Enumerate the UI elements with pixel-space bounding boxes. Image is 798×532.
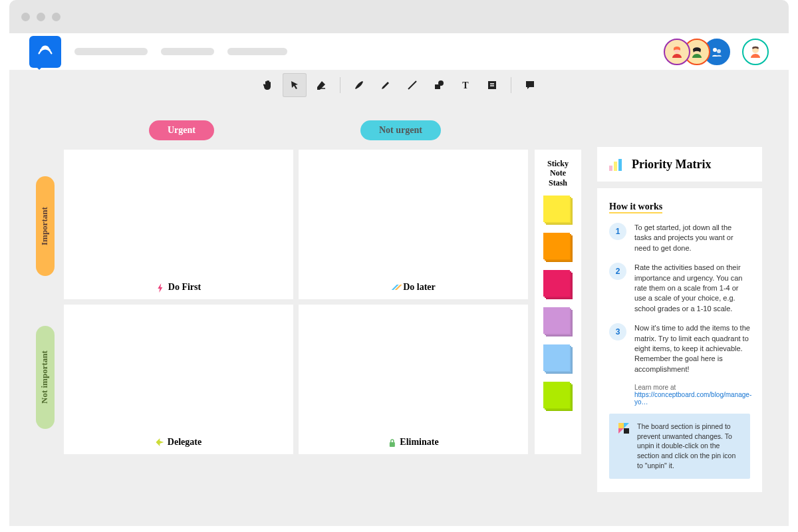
toolbar-separator bbox=[340, 77, 340, 93]
sticky-green[interactable] bbox=[543, 382, 573, 411]
sticky-purple[interactable] bbox=[543, 307, 573, 336]
tool-shape[interactable] bbox=[427, 73, 451, 97]
quadrant-label: Eliminate bbox=[400, 437, 438, 448]
chart-icon bbox=[608, 156, 624, 172]
window-maximize[interactable] bbox=[52, 13, 61, 21]
step-text: Now it's time to add the items to the ma… bbox=[634, 323, 750, 374]
header-not-important: Not important bbox=[36, 326, 55, 429]
tool-highlighter[interactable] bbox=[374, 73, 398, 97]
panel-title: Priority Matrix bbox=[632, 158, 711, 172]
step-text: To get started, jot down all the tasks a… bbox=[634, 223, 750, 253]
step-2: 2Rate the activities based on their impo… bbox=[609, 263, 750, 314]
tool-select[interactable] bbox=[283, 73, 307, 97]
how-it-works-title: How it works bbox=[609, 201, 662, 213]
tool-line[interactable] bbox=[400, 73, 424, 97]
quadrant-label: Do First bbox=[168, 282, 201, 293]
svg-rect-9 bbox=[389, 442, 394, 447]
browser-chrome bbox=[9, 0, 789, 33]
step-number: 1 bbox=[609, 223, 626, 240]
svg-point-6 bbox=[438, 80, 444, 86]
avatar-user-1[interactable] bbox=[664, 39, 690, 65]
pen-icon bbox=[353, 79, 365, 91]
app-logo[interactable] bbox=[29, 36, 61, 68]
marker-icon bbox=[380, 79, 392, 91]
column-headers: Urgent Not urgent bbox=[76, 120, 762, 140]
canvas[interactable]: Urgent Not urgent Important Not importan… bbox=[9, 100, 789, 526]
step-3: 3Now it's time to add the items to the m… bbox=[609, 323, 750, 374]
cursor-icon bbox=[289, 80, 300, 90]
breadcrumb-3[interactable] bbox=[227, 48, 287, 55]
header-urgent: Urgent bbox=[149, 120, 214, 140]
quadrant-eliminate[interactable]: Eliminate bbox=[299, 305, 528, 454]
toolbar-separator bbox=[511, 77, 511, 93]
quadrant-label: Delegate bbox=[168, 437, 201, 448]
window-minimize[interactable] bbox=[37, 13, 45, 21]
text-icon: T bbox=[460, 79, 471, 91]
step-number: 2 bbox=[609, 263, 626, 280]
tool-eraser[interactable] bbox=[309, 73, 333, 97]
row-headers: Important Not important bbox=[36, 150, 55, 454]
svg-point-2 bbox=[713, 48, 717, 52]
quadrant-label: Do later bbox=[403, 282, 436, 293]
info-text: The board section is pinned to prevent u… bbox=[637, 422, 742, 470]
avatar-current-user[interactable] bbox=[742, 39, 769, 65]
swirl-icon bbox=[36, 43, 55, 61]
quadrant-delegate[interactable]: Delegate bbox=[64, 305, 293, 454]
bolt-icon bbox=[156, 283, 164, 291]
toolbar: T bbox=[9, 70, 789, 100]
tool-text[interactable]: T bbox=[454, 73, 477, 97]
panel-body: How it works 1To get started, jot down a… bbox=[597, 188, 762, 492]
svg-rect-8 bbox=[488, 81, 496, 89]
step-number: 3 bbox=[609, 323, 626, 340]
learn-more: Learn more athttps://conceptboard.com/bl… bbox=[634, 384, 750, 406]
priority-grid: Do First Do later Delegate Eliminate bbox=[64, 150, 528, 454]
sticky-orange[interactable] bbox=[543, 233, 573, 262]
quadrant-do-first[interactable]: Do First bbox=[64, 150, 293, 299]
header-important: Important bbox=[36, 176, 55, 276]
tool-comment[interactable] bbox=[518, 73, 542, 97]
window-close[interactable] bbox=[21, 13, 30, 21]
section-icon bbox=[617, 422, 630, 435]
line-icon bbox=[406, 79, 418, 91]
svg-rect-11 bbox=[614, 162, 617, 171]
sticky-pink[interactable] bbox=[543, 270, 573, 299]
arrows-icon bbox=[156, 438, 164, 446]
tool-pen[interactable] bbox=[347, 73, 371, 97]
comment-icon bbox=[524, 79, 536, 91]
sticky-stash: Sticky Note Stash bbox=[535, 150, 581, 454]
presence-avatars bbox=[670, 39, 769, 65]
breadcrumb-1[interactable] bbox=[74, 48, 148, 55]
svg-rect-12 bbox=[618, 159, 622, 171]
stash-title: Sticky Note Stash bbox=[540, 159, 576, 188]
svg-point-3 bbox=[717, 49, 721, 53]
step-1: 1To get started, jot down all the tasks … bbox=[609, 223, 750, 253]
quadrant-do-later[interactable]: Do later bbox=[299, 150, 528, 299]
panel-header: Priority Matrix bbox=[597, 147, 762, 182]
tool-sticky[interactable] bbox=[480, 73, 504, 97]
tool-pan[interactable] bbox=[256, 73, 280, 97]
hand-icon bbox=[262, 79, 274, 91]
lock-icon bbox=[388, 438, 396, 446]
svg-text:T: T bbox=[462, 80, 469, 90]
stripes-icon bbox=[391, 283, 399, 291]
svg-rect-10 bbox=[609, 166, 612, 171]
info-panel: Priority Matrix How it works 1To get sta… bbox=[597, 147, 762, 492]
note-icon bbox=[486, 79, 498, 91]
shapes-icon bbox=[433, 79, 445, 91]
sticky-yellow[interactable] bbox=[543, 196, 573, 225]
pin-info-box: The board section is pinned to prevent u… bbox=[609, 414, 750, 478]
breadcrumb-2[interactable] bbox=[161, 48, 214, 55]
topbar bbox=[9, 33, 789, 70]
header-not-urgent: Not urgent bbox=[360, 120, 441, 140]
step-text: Rate the activities based on their impor… bbox=[634, 263, 750, 314]
sticky-blue[interactable] bbox=[543, 344, 573, 374]
learn-more-link[interactable]: https://conceptboard.com/blog/manage-yo… bbox=[634, 391, 751, 406]
eraser-icon bbox=[315, 79, 327, 91]
